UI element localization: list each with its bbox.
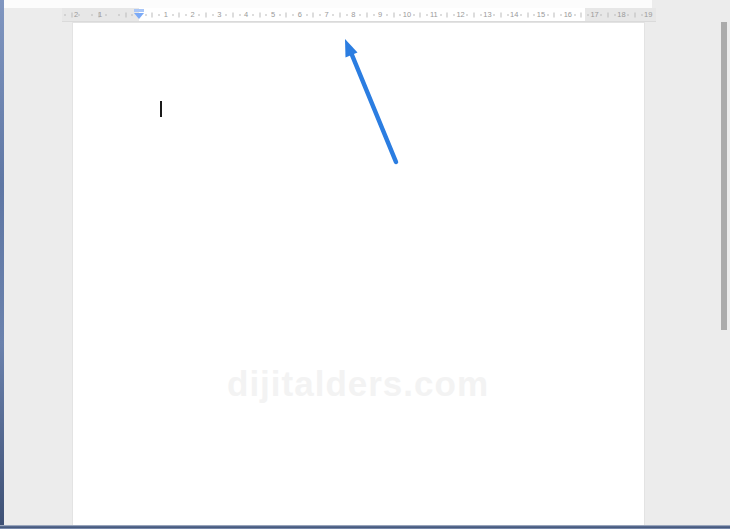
ruler-half-tick <box>232 12 233 17</box>
ruler-half-tick <box>179 12 180 17</box>
ruler-quarter-tick <box>319 14 320 16</box>
ruler-quarter-tick <box>105 14 106 16</box>
ruler-label: 2 <box>74 8 78 21</box>
ruler-half-tick <box>554 12 555 17</box>
watermark: dijitalders.com <box>227 364 489 404</box>
ruler-label: 11 <box>430 8 438 21</box>
ruler-half-tick <box>72 12 73 17</box>
ruler-label: 19 <box>644 8 652 21</box>
ruler-quarter-tick <box>373 14 374 16</box>
ruler-quarter-tick <box>507 14 508 16</box>
ruler-quarter-tick <box>346 14 347 16</box>
ruler-quarter-tick <box>520 14 521 16</box>
ruler-quarter-tick <box>333 14 334 16</box>
ruler-label: 1 <box>98 8 102 21</box>
ruler-quarter-tick <box>65 14 66 16</box>
ruler-label: 5 <box>271 8 275 21</box>
ruler-half-tick <box>286 12 287 17</box>
window-left-edge <box>0 0 4 529</box>
ruler-quarter-tick <box>92 14 93 16</box>
ruler-label: 16 <box>564 8 572 21</box>
ruler-label: 2 <box>191 8 195 21</box>
ruler-quarter-tick <box>78 14 79 16</box>
ruler-quarter-tick <box>172 14 173 16</box>
ruler-quarter-tick <box>199 14 200 16</box>
document-page[interactable]: dijitalders.com <box>72 22 645 529</box>
ruler-quarter-tick <box>413 14 414 16</box>
ruler-label: 6 <box>298 8 302 21</box>
ruler-quarter-tick <box>534 14 535 16</box>
ruler-quarter-tick <box>293 14 294 16</box>
ruler-label: 12 <box>456 8 464 21</box>
ruler-quarter-tick <box>440 14 441 16</box>
window-bottom-border <box>0 525 730 529</box>
ruler-quarter-tick <box>587 14 588 16</box>
ruler-quarter-tick <box>212 14 213 16</box>
ruler-label: 10 <box>403 8 411 21</box>
ruler-quarter-tick <box>453 14 454 16</box>
ruler[interactable]: 1234567891011121314151617181921 <box>62 8 656 22</box>
ruler-half-tick <box>420 12 421 17</box>
ruler-quarter-tick <box>480 14 481 16</box>
ruler-quarter-tick <box>279 14 280 16</box>
ruler-quarter-tick <box>118 14 119 16</box>
ruler-quarter-tick <box>547 14 548 16</box>
vertical-scrollbar-thumb[interactable] <box>721 22 727 330</box>
ruler-label: 8 <box>351 8 355 21</box>
ruler-quarter-tick <box>427 14 428 16</box>
ruler-label: 7 <box>325 8 329 21</box>
ruler-quarter-tick <box>614 14 615 16</box>
ruler-quarter-tick <box>252 14 253 16</box>
text-cursor <box>160 101 162 117</box>
ruler-quarter-tick <box>467 14 468 16</box>
ruler-quarter-tick <box>145 14 146 16</box>
ruler-half-tick <box>313 12 314 17</box>
first-line-indent-marker[interactable] <box>134 9 144 12</box>
ruler-quarter-tick <box>306 14 307 16</box>
ruler-label: 17 <box>590 8 598 21</box>
ruler-label: 14 <box>510 8 518 21</box>
ruler-quarter-tick <box>628 14 629 16</box>
ruler-half-tick <box>259 12 260 17</box>
ruler-quarter-tick <box>386 14 387 16</box>
ruler-label: 1 <box>164 8 168 21</box>
ruler-quarter-tick <box>360 14 361 16</box>
ruler-half-tick <box>366 12 367 17</box>
ruler-quarter-tick <box>132 14 133 16</box>
ruler-half-tick <box>527 12 528 17</box>
toolbar-bottom-strip <box>4 0 652 8</box>
ruler-half-tick <box>500 12 501 17</box>
ruler-half-tick <box>125 12 126 17</box>
ruler-quarter-tick <box>266 14 267 16</box>
ruler-half-tick <box>447 12 448 17</box>
ruler-quarter-tick <box>159 14 160 16</box>
ruler-quarter-tick <box>226 14 227 16</box>
ruler-half-tick <box>634 12 635 17</box>
ruler-quarter-tick <box>641 14 642 16</box>
left-indent-marker-icon[interactable] <box>134 13 144 19</box>
ruler-quarter-tick <box>601 14 602 16</box>
ruler-label: 3 <box>217 8 221 21</box>
ruler-half-tick <box>206 12 207 17</box>
ruler-half-tick <box>152 12 153 17</box>
ruler-label: 18 <box>617 8 625 21</box>
ruler-quarter-tick <box>185 14 186 16</box>
ruler-label: 15 <box>537 8 545 21</box>
ruler-quarter-tick <box>574 14 575 16</box>
ruler-label: 9 <box>378 8 382 21</box>
ruler-label: 13 <box>483 8 491 21</box>
ruler-half-tick <box>608 12 609 17</box>
ruler-quarter-tick <box>400 14 401 16</box>
ruler-half-tick <box>340 12 341 17</box>
ruler-quarter-tick <box>561 14 562 16</box>
ruler-half-tick <box>393 12 394 17</box>
indent-marker[interactable] <box>134 8 144 21</box>
ruler-label: 4 <box>244 8 248 21</box>
ruler-half-tick <box>474 12 475 17</box>
ruler-quarter-tick <box>494 14 495 16</box>
ruler-quarter-tick <box>239 14 240 16</box>
ruler-half-tick <box>581 12 582 17</box>
